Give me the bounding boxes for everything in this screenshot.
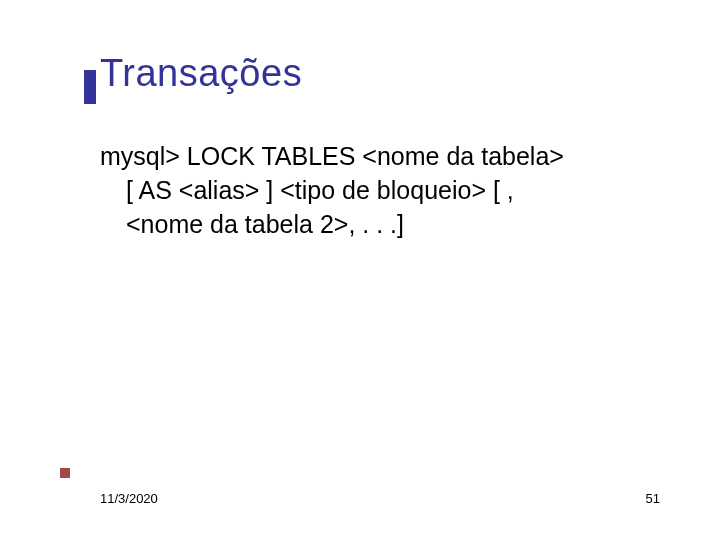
body-line-2: [ AS <alias> ] <tipo de bloqueio> [ , — [100, 174, 640, 208]
title-accent-bar — [84, 70, 96, 104]
body-line-3: <nome da tabela 2>, . . .] — [100, 208, 640, 242]
slide-title: Transações — [100, 52, 302, 94]
slide: Transações mysql> LOCK TABLES <nome da t… — [0, 0, 720, 540]
body-text: mysql> LOCK TABLES <nome da tabela> [ AS… — [100, 140, 640, 241]
footer-date: 11/3/2020 — [100, 491, 158, 506]
title-block: Transações — [100, 52, 302, 95]
footer-page-number: 51 — [646, 491, 660, 506]
corner-accent — [60, 468, 70, 478]
body-line-1: mysql> LOCK TABLES <nome da tabela> — [100, 140, 640, 174]
